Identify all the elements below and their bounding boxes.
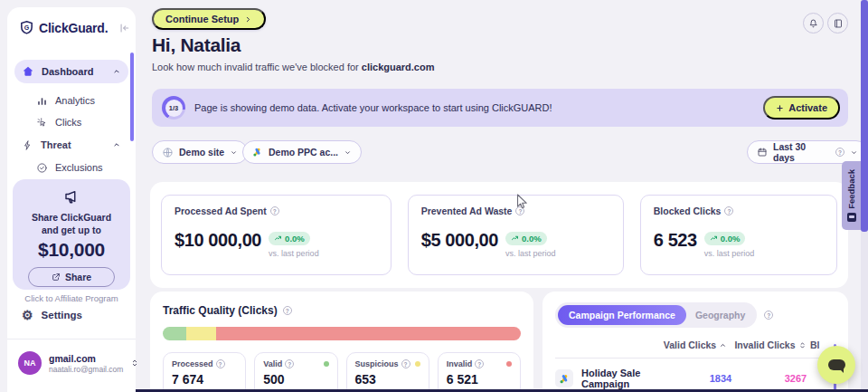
traffic-card-valid: Valid 500 ↑0.00%	[254, 352, 337, 392]
sort-asc-icon	[719, 341, 727, 349]
sidebar-item-dashboard[interactable]: Dashboard	[14, 60, 128, 83]
traffic-card-suspicious: Suspicious 653 ↑0.00%	[346, 352, 429, 392]
promo-heading: Share ClickGuard and get up to	[13, 209, 130, 236]
avatar: NA	[18, 351, 42, 375]
chevron-up-icon[interactable]	[112, 140, 121, 149]
promo-amount: $10,000	[13, 239, 130, 261]
kpi-stats-panel: Processed Ad Spent $10 000,00 0.0% vs. l…	[150, 182, 848, 288]
sort-valid-clicks: Valid Clicks	[660, 339, 731, 350]
docs-button[interactable]	[827, 13, 848, 33]
trend-badge: 0.0%	[505, 232, 547, 245]
feedback-tab[interactable]: Feedback	[842, 161, 861, 230]
sidebar: G ClickGuard. Dashboard Analytics Clicks…	[7, 7, 136, 392]
click-cursor-icon	[36, 117, 48, 129]
tab-campaign-performance[interactable]: Campaign Performance	[558, 305, 686, 325]
account-email: naatali.ro@gmail.com	[49, 365, 123, 374]
clickguard-logo-icon: G	[19, 20, 34, 35]
page-scrollbar-track[interactable]	[861, 0, 868, 392]
status-dot-invalid	[506, 361, 512, 367]
chevron-up-down-icon	[130, 358, 139, 368]
stat-caption: vs. last period	[704, 249, 755, 258]
help-icon[interactable]	[835, 148, 844, 157]
workspace-domain: clickguard.com	[362, 62, 435, 72]
notifications-button[interactable]	[803, 13, 824, 33]
trend-up-icon	[511, 234, 519, 243]
info-icon[interactable]	[285, 359, 294, 368]
campaign-name: Holiday Sale Campaign	[581, 368, 685, 389]
stat-value: $10 000,00	[175, 230, 261, 251]
trend-up-icon	[274, 234, 282, 243]
sidebar-item-clicks[interactable]: Clicks	[14, 110, 128, 134]
setup-progress-ring: 1/3	[162, 96, 185, 120]
trend-badge: 0.0%	[704, 232, 746, 245]
table-row[interactable]: Holiday Sale Campaign 1834 3267	[555, 359, 835, 389]
info-icon[interactable]	[216, 359, 225, 368]
trend-badge: 0.0%	[269, 232, 310, 245]
traffic-card-processed: Processed 7 674 ↑0.00%	[163, 352, 246, 392]
bell-icon	[807, 17, 819, 29]
stat-card-prevented-ad-waste: Prevented Ad Waste $5 000,00 0.0% vs. la…	[408, 195, 624, 275]
divider	[7, 339, 136, 339]
chat-widget-button[interactable]	[817, 346, 855, 384]
collapse-sidebar-icon[interactable]	[118, 22, 130, 34]
campaign-performance-panel: Campaign Performance Geography Valid Cli…	[542, 292, 848, 392]
stat-value: $5 000,00	[421, 230, 498, 251]
external-link-icon	[52, 272, 61, 282]
google-ads-icon	[555, 369, 573, 387]
chevron-right-icon	[244, 15, 252, 24]
bar-segment-invalid	[216, 327, 521, 340]
banner-message: Page is showing demo data. Activate your…	[194, 102, 552, 113]
google-ads-icon	[252, 147, 263, 158]
account-switcher[interactable]: NA gmail.com naatali.ro@gmail.com	[18, 351, 128, 375]
plus-icon	[776, 104, 784, 112]
site-filter-dropdown[interactable]: Demo site	[152, 140, 248, 164]
sort-invalid-clicks: Invalid Clicks	[731, 339, 810, 350]
setup-progress-step: 1/3	[165, 100, 183, 117]
sidebar-item-analytics[interactable]: Analytics	[14, 89, 128, 112]
info-icon[interactable]	[724, 206, 733, 215]
info-icon[interactable]	[283, 306, 292, 315]
page-scrollbar-thumb[interactable]	[861, 0, 868, 232]
stat-caption: vs. last period	[269, 249, 319, 258]
stat-value: 6 523	[654, 230, 697, 251]
chevron-down-icon	[850, 148, 858, 157]
stat-caption: vs. last period	[505, 249, 556, 258]
sidebar-item-settings[interactable]: ⚙ Settings	[22, 309, 82, 321]
page-title: Hi, Natalia	[152, 34, 241, 56]
info-icon[interactable]	[270, 206, 279, 215]
trend-up-icon	[710, 234, 718, 243]
valid-clicks-value[interactable]: 1834	[685, 373, 756, 384]
chat-icon	[828, 359, 845, 370]
app-title: ClickGuard.	[39, 21, 108, 35]
gear-icon: ⚙	[22, 309, 33, 321]
svg-text:G: G	[24, 24, 30, 32]
traffic-quality-bar	[163, 327, 521, 340]
info-icon[interactable]	[515, 206, 524, 215]
chevron-down-icon	[230, 148, 238, 157]
demo-data-banner: 1/3 Page is showing demo data. Activate …	[152, 89, 848, 127]
stat-card-blocked-clicks: Blocked Clicks 6 523 0.0% vs. last perio…	[640, 195, 837, 275]
stat-card-processed-ad-spent: Processed Ad Spent $10 000,00 0.0% vs. l…	[161, 195, 392, 275]
bar-segment-valid	[163, 327, 186, 340]
info-icon[interactable]	[475, 359, 484, 368]
status-dot-suspicious	[415, 361, 420, 367]
affiliate-promo-card: Share ClickGuard and get up to $10,000 S…	[13, 179, 130, 290]
analytics-icon	[36, 95, 48, 107]
page-subtitle: Look how much invalid traffic we've bloc…	[152, 62, 435, 72]
sidebar-scrollbar[interactable]	[130, 53, 134, 141]
promo-footnote: Click to Affiliate Program	[13, 293, 130, 303]
sidebar-item-exclusions[interactable]: Exclusions	[14, 156, 128, 179]
activate-button[interactable]: Activate	[763, 96, 840, 120]
sidebar-item-threat[interactable]: Threat	[14, 133, 128, 157]
traffic-quality-panel: Traffic Quality (Clicks) Processed 7 674…	[150, 292, 533, 392]
share-button[interactable]: Share	[28, 267, 115, 287]
account-name: gmail.com	[49, 353, 123, 364]
ppc-account-filter-dropdown[interactable]: Demo PPC ac...	[242, 140, 362, 164]
tab-geography[interactable]: Geography	[686, 305, 754, 325]
chevron-up-icon[interactable]	[112, 67, 121, 76]
feedback-icon	[847, 213, 856, 222]
info-icon[interactable]	[764, 311, 773, 320]
continue-setup-button[interactable]: Continue Setup	[152, 8, 266, 30]
info-icon[interactable]	[401, 359, 410, 368]
status-dot-valid	[324, 361, 329, 367]
